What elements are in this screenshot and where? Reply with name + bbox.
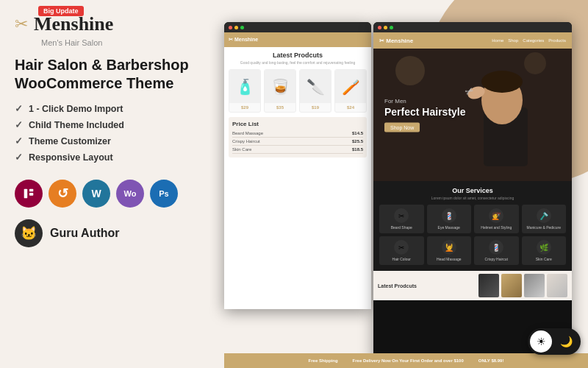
guru-badge-icon: 🐱: [15, 219, 43, 247]
svg-point-19: [524, 52, 546, 74]
service-4: 🪒 Manicure & Pedicure: [522, 205, 567, 233]
feature-item-4: ✓ Responsive Layout: [15, 152, 195, 163]
service-7: 💈 Crispy Haircut: [474, 236, 519, 265]
svg-rect-2: [29, 193, 33, 196]
nav-logo: ✂ Menshine: [379, 38, 413, 44]
product-card-2: 🥃 $35: [264, 69, 296, 113]
sec-header: ✂ Menshine: [224, 32, 371, 47]
dot-green-main: [390, 26, 393, 29]
theme-preview: ✂ Menshine Latest Prodcuts Good quality …: [224, 22, 588, 368]
service-name-7: Crispy Haircut: [476, 257, 517, 261]
svg-point-15: [481, 71, 523, 93]
product-img-4: 🪥: [335, 70, 366, 103]
sec-products-title: Latest Prodcuts: [224, 47, 371, 60]
services-subtitle: Lorem ipsum dolor sit amet, consectetur …: [379, 196, 566, 200]
check-icon-3: ✓: [15, 135, 23, 146]
nav-categories[interactable]: Categories: [523, 38, 544, 43]
nav-products[interactable]: Products: [548, 38, 566, 43]
shipping-text-3: ONLY $8.99!: [478, 358, 504, 363]
dark-mode-toggle[interactable]: ☀ 🌙: [528, 328, 581, 355]
service-name-3: Helmet and Styling: [476, 225, 517, 230]
preview-nav: ✂ Menshine Home Shop Categories Products: [373, 32, 572, 49]
feature-item-2: ✓ Child Theme Included: [15, 119, 195, 130]
nav-shop[interactable]: Shop: [508, 38, 518, 43]
shipping-text-2: Free Delivery Now On Your First Order an…: [353, 358, 464, 363]
sun-icon: ☀: [537, 336, 546, 347]
price-item-2: Crispy Haircut $25.5: [232, 138, 363, 146]
update-icon[interactable]: ↺: [49, 180, 76, 208]
moon-icon: 🌙: [560, 336, 573, 347]
dark-mode-button[interactable]: 🌙: [555, 330, 577, 353]
service-icon-8: 🌿: [537, 240, 551, 255]
brand-name: Menshine: [34, 13, 113, 35]
service-name-1: Beard Shape: [381, 225, 422, 230]
service-icon-2: 💈: [442, 208, 456, 223]
wordpress-icon[interactable]: W: [82, 180, 110, 208]
hero-text: For Men Perfect Hairstyle Shop Now: [384, 98, 466, 132]
service-8: 🌿 Skin Care: [522, 236, 567, 265]
service-name-5: Hair Colour: [381, 257, 422, 261]
main-title: Hair Salon & Barbershop WooCommerce Them…: [15, 56, 195, 93]
service-3: 💇 Helmet and Styling: [474, 205, 519, 233]
prod-thumb-2: [501, 274, 522, 297]
photoshop-icon[interactable]: Ps: [150, 180, 178, 208]
browser-bar-secondary: [224, 22, 371, 32]
service-1: ✂ Beard Shape: [379, 205, 424, 233]
elementor-icon[interactable]: [15, 180, 43, 208]
brand-header: Big Update ✂ Menshine: [15, 13, 195, 35]
hero-subtitle: For Men: [384, 98, 466, 105]
shop-now-button[interactable]: Shop Now: [384, 122, 420, 132]
services-section: Our Services Lorem ipsum dolor sit amet,…: [373, 181, 572, 271]
hero-title: Perfect Hairstyle: [384, 106, 466, 118]
price-item-1: Beard Massage $14.5: [232, 130, 363, 138]
product-price-1: $29: [229, 103, 260, 112]
services-title: Our Services: [379, 187, 566, 194]
check-icon-2: ✓: [15, 119, 23, 130]
service-name-6: Head Massage: [429, 257, 470, 261]
service-6: 💆 Head Massage: [427, 236, 472, 265]
svg-rect-1: [29, 189, 33, 192]
prod-thumb-4: [547, 274, 567, 297]
services-grid: ✂ Beard Shape 💈 Eye Massage 💇 Helmet and…: [379, 205, 566, 265]
plugin-icons: ↺ W Wo Ps: [15, 180, 195, 208]
product-img-3: 🔪: [300, 70, 331, 103]
hero-section: ✂ For Men Perfect Hairstyle Shop Now: [373, 49, 572, 181]
feature-item-3: ✓ Theme Customizer: [15, 135, 195, 146]
guru-label: Guru Author: [50, 227, 120, 240]
sec-logo: ✂ Menshine: [229, 37, 258, 43]
shipping-bar: Free Shipping Free Delivery Now On Your …: [224, 353, 588, 368]
woocommerce-icon[interactable]: Wo: [116, 180, 144, 208]
main-preview: ✂ Menshine Home Shop Categories Products: [373, 22, 572, 361]
service-icon-1: ✂: [394, 208, 409, 223]
product-card-1: 🧴 $29: [229, 69, 261, 113]
price-name-1: Beard Massage: [232, 131, 263, 135]
light-mode-button[interactable]: ☀: [530, 330, 552, 353]
dot-red-main: [378, 26, 381, 29]
service-icon-6: 💆: [442, 240, 456, 255]
dot-yellow: [234, 26, 238, 29]
product-price-2: $35: [265, 103, 295, 112]
nav-home[interactable]: Home: [492, 38, 503, 43]
prod-thumb-3: [524, 274, 545, 297]
sec-products-subtitle: Good quality and long-lasting, feel the …: [224, 60, 371, 69]
service-2: 💈 Eye Massage: [427, 205, 472, 233]
svg-rect-0: [24, 189, 28, 199]
preview-content: ✂ Menshine Home Shop Categories Products: [373, 32, 572, 361]
product-price-3: $19: [300, 103, 331, 112]
service-icon-3: 💇: [489, 208, 503, 223]
product-img-1: 🧴: [229, 70, 260, 103]
service-name-8: Skin Care: [524, 257, 564, 261]
brand-tagline: Men's Hair Salon: [41, 38, 195, 47]
product-thumbs: [478, 274, 567, 297]
check-icon-4: ✓: [15, 152, 23, 163]
price-value-3: $18.5: [352, 147, 363, 152]
dot-green: [240, 26, 244, 29]
products-bar: Latest Prodcuts: [373, 271, 572, 300]
service-5: ✂ Hair Colour: [379, 236, 424, 265]
check-icon-1: ✓: [15, 103, 23, 114]
left-panel: Big Update ✂ Menshine Men's Hair Salon H…: [0, 0, 209, 368]
browser-bar-main: [373, 22, 572, 32]
price-name-3: Skin Care: [232, 147, 251, 152]
products-row: 🧴 $29 🥃 $35 🔪 $19 🪥 $24: [224, 69, 371, 117]
service-name-2: Eye Massage: [429, 225, 470, 230]
